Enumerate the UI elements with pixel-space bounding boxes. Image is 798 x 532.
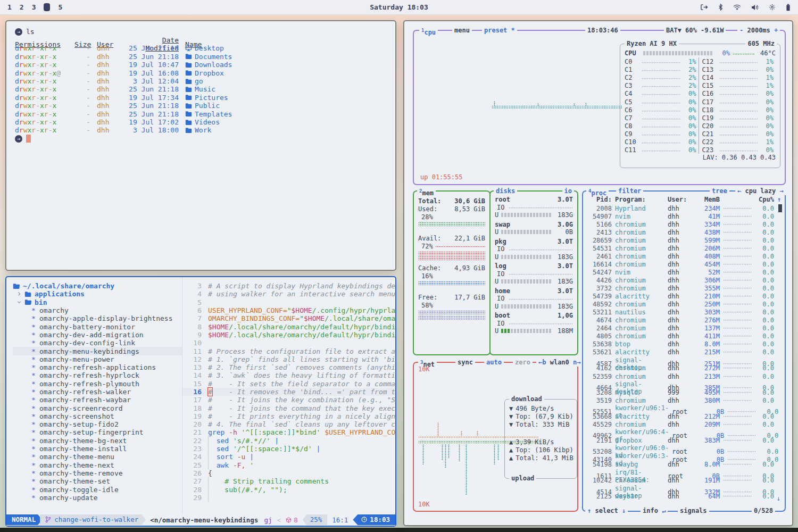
proc-signals-button[interactable]: signals <box>678 507 709 515</box>
process-row[interactable]: 48592chromiumdhh250M0.0 <box>586 301 783 309</box>
process-row[interactable]: 4514signal-desktopdhh332M0.0 <box>586 485 783 493</box>
process-row[interactable]: 54247nvimdhh52M0.0 <box>586 268 783 276</box>
workspace-button[interactable]: 3 <box>32 3 36 11</box>
tree-item-omarchy-setup-fido2[interactable]: *omarchy-setup-fido2 <box>13 420 182 428</box>
process-row[interactable]: 2125waybardhh64M0.0 <box>586 493 783 501</box>
tree-item-omarchy-update[interactable]: *omarchy-update <box>13 494 182 502</box>
proc-info-button[interactable]: info ↵ <box>641 507 668 515</box>
tree-item-omarchy-menu-power[interactable]: *omarchy-menu-power <box>13 355 182 363</box>
tree-item-omarchy-theme-next[interactable]: *omarchy-theme-next <box>13 461 182 469</box>
settings-icon[interactable] <box>769 4 776 11</box>
process-row[interactable]: 53208kworker/u96:0-sdroot0B0.0 <box>586 444 783 452</box>
tree-item-omarchy-refresh-applications[interactable]: *omarchy-refresh-applications <box>13 363 182 371</box>
tree-folder-applications[interactable]: applications <box>13 290 182 298</box>
tree-folder-bin[interactable]: bin <box>13 298 182 306</box>
process-row[interactable]: 2461chromiumdhh408M0.0 <box>586 252 783 260</box>
editor-window[interactable]: ~/.local/share/omarchyapplicationsbin*om… <box>5 276 396 527</box>
tree-item-omarchy-battery-monitor[interactable]: *omarchy-battery-monitor <box>13 322 182 330</box>
tree-item-omarchy-refresh-plymouth[interactable]: *omarchy-refresh-plymouth <box>13 380 182 388</box>
tree-item-omarchy-theme-menu[interactable]: *omarchy-theme-menu <box>13 453 182 461</box>
process-row[interactable]: 54739alacrittydhh210M0.0 <box>586 293 783 301</box>
update-interval[interactable]: - 2000ms + <box>737 27 780 35</box>
net-interface[interactable]: ←b wlan0 n→ <box>536 359 583 367</box>
proc-box-title[interactable]: 4proc <box>586 187 609 195</box>
file-tree[interactable]: ~/.local/share/omarchyapplicationsbin*om… <box>6 277 182 514</box>
wifi-icon[interactable] <box>733 4 741 11</box>
tree-item-omarchy-menu-keybindings[interactable]: *omarchy-menu-keybindings <box>13 347 182 355</box>
process-row[interactable]: 4664signal-desktopdhh385M0.0 <box>586 380 783 388</box>
process-row[interactable]: 28659chromiumdhh599M0.0 <box>586 236 783 244</box>
tree-item-omarchy-toggle-idle[interactable]: *omarchy-toggle-idle <box>13 485 182 493</box>
process-row[interactable]: 45529chromiumdhh209M0.0 <box>586 420 783 428</box>
proc-filter-button[interactable]: filter <box>616 187 643 195</box>
process-row[interactable]: 53211nautilusdhh303M0.0 <box>586 309 783 317</box>
process-row[interactable]: 2464chromiumdhh137M0.0 <box>586 325 783 332</box>
system-tray[interactable] <box>700 4 791 11</box>
proc-sort-nav[interactable]: ← cpu lazy → <box>735 187 786 195</box>
workspace-active-indicator[interactable] <box>44 3 50 11</box>
process-row[interactable]: 52359chromiumdhh213M0.0 <box>586 372 783 380</box>
workspace-button[interactable]: 1 <box>7 3 12 11</box>
tree-item-omarchy-dev-config-link[interactable]: *omarchy-dev-config-link <box>13 339 182 347</box>
tree-root[interactable]: ~/.local/share/omarchy <box>13 282 182 290</box>
tree-item-omarchy-theme-remove[interactable]: *omarchy-theme-remove <box>13 469 182 477</box>
process-row[interactable]: 53638btopdhh8.0M0.0 <box>586 340 783 348</box>
scroll-down-indicator[interactable]: ↓ <box>777 495 780 502</box>
preset-button[interactable]: preset * <box>482 27 517 35</box>
system-monitor-window[interactable]: 1cpu menu preset * 18:03:46 BAT▼ 60% -9.… <box>403 20 793 526</box>
process-row[interactable]: 4674chromiumdhh276M0.0 <box>586 317 783 325</box>
workspace-button[interactable]: 5 <box>58 3 62 11</box>
process-row[interactable]: 54907nvimdhh41M0.0 <box>586 212 783 220</box>
process-row[interactable]: 5166chromiumdhh334M0.0 <box>586 220 783 228</box>
code-editor[interactable]: 3# A script to display Hyprland keybindi… <box>182 277 395 514</box>
process-row[interactable]: 4162chromiumdhh272M0.0 <box>586 364 783 372</box>
menu-button[interactable]: menu <box>452 27 472 35</box>
tree-item-omarchy-screenrecord[interactable]: *omarchy-screenrecord <box>13 404 182 412</box>
volume-icon[interactable] <box>751 4 759 11</box>
battery-icon[interactable] <box>786 4 791 11</box>
tree-item-omarchy-theme-bg-next[interactable]: *omarchy-theme-bg-next <box>13 437 182 445</box>
workspace-switcher[interactable]: 1235 <box>7 3 62 11</box>
tree-item-omarchy-refresh-walker[interactable]: *omarchy-refresh-walker <box>13 388 182 396</box>
terminal-window[interactable]: → ls Permissions Size User Date Modified… <box>5 20 396 271</box>
process-row[interactable]: 4587signal-desktopdhh251M0.0 <box>586 356 783 364</box>
mem-box-title[interactable]: 2mem <box>417 187 436 195</box>
net-sync-button[interactable]: sync <box>455 359 475 367</box>
process-row[interactable]: 2413chromiumdhh438M0.0 <box>586 228 783 236</box>
process-row[interactable]: 2191dropboxdhh383M0.0 <box>586 436 783 444</box>
process-row[interactable]: 3208mysqld999495M0.0 <box>586 388 783 396</box>
tree-item-omarchy-theme-set[interactable]: *omarchy-theme-set <box>13 477 182 485</box>
cpu-box-title[interactable]: 1cpu <box>419 27 438 35</box>
process-row[interactable]: 16614chromiumdhh454M0.0 <box>586 260 783 268</box>
process-row[interactable]: 53668alacrittydhh212M0.0 <box>586 412 783 420</box>
tree-item-omarchy[interactable]: *omarchy <box>13 306 182 314</box>
process-row[interactable]: 3519chromiumdhh380M0.0 <box>586 396 783 404</box>
logout-icon[interactable] <box>700 4 708 11</box>
tree-item-omarchy-theme-install[interactable]: *omarchy-theme-install <box>13 445 182 453</box>
proc-scrollbar[interactable] <box>778 204 782 212</box>
process-row[interactable]: 54531chromiumdhh206M0.0 <box>586 244 783 252</box>
proc-tree-button[interactable]: tree <box>710 187 729 195</box>
workspace-button[interactable]: 2 <box>20 3 24 11</box>
process-row[interactable]: 2008Hyprlanddhh234M0.0 <box>586 204 783 212</box>
bluetooth-icon[interactable] <box>718 4 723 11</box>
process-row[interactable]: 1611irq/81-PIXA3854:root0B0.0 <box>586 469 783 477</box>
tree-item-omarchy-apple-display-brightness[interactable]: *omarchy-apple-display-brightness <box>13 314 182 322</box>
disks-box-title[interactable]: disks <box>494 187 517 195</box>
process-row[interactable]: 4805chromiumdhh411M0.0 <box>586 332 783 340</box>
tree-item-omarchy-setup-fingerprint[interactable]: *omarchy-setup-fingerprint <box>13 428 182 436</box>
process-row[interactable]: 53621alacrittydhh215M0.0 <box>586 348 783 356</box>
tree-item-omarchy-screenshot[interactable]: *omarchy-screenshot <box>13 412 182 420</box>
process-row[interactable]: 4426chromiumdhh306M0.0 <box>586 276 783 284</box>
process-row[interactable]: 3732chromiumdhh355M0.0 <box>586 284 783 292</box>
git-branch[interactable]: change-wofi-to-walker <box>40 514 146 525</box>
process-row[interactable]: 52551kworker/u96:1-coroot0B0.0 <box>586 404 783 412</box>
tree-item-omarchy-dev-add-migration[interactable]: *omarchy-dev-add-migration <box>13 331 182 339</box>
proc-select-hint[interactable]: ↑ select ↓ <box>585 507 628 515</box>
process-row[interactable]: 49962kworker/u96:4-gfroot0B0.0 <box>586 428 783 436</box>
process-row[interactable]: 10242chromiumdhh191M0.0 <box>586 477 783 485</box>
net-zero-button[interactable]: zero <box>513 359 533 367</box>
net-auto-button[interactable]: auto <box>484 359 504 367</box>
disks-io-toggle[interactable]: io <box>562 187 574 195</box>
tree-item-omarchy-refresh-hyprlock[interactable]: *omarchy-refresh-hyprlock <box>13 371 182 379</box>
